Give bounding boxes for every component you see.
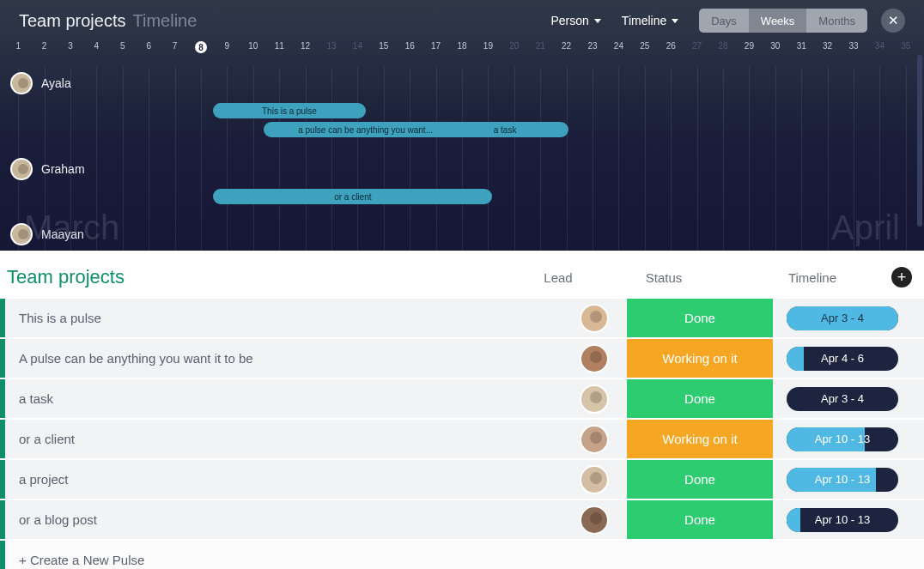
- ruler-tick: 19: [483, 41, 493, 51]
- status-cell[interactable]: Done: [627, 460, 773, 499]
- person-dropdown[interactable]: Person: [550, 14, 600, 27]
- ruler-tick: 21: [536, 41, 545, 51]
- create-pulse-row[interactable]: + Create a New Pulse: [0, 541, 924, 569]
- status-cell[interactable]: Done: [627, 500, 773, 539]
- table-rows: This is a pulseDoneApr 3 - 4A pulse can …: [0, 299, 924, 569]
- gantt-bar[interactable]: a task: [441, 122, 568, 137]
- ruler-tick: 22: [562, 41, 571, 51]
- row-lead[interactable]: [568, 425, 620, 454]
- row-lead[interactable]: [568, 505, 620, 535]
- ruler-tick: 17: [431, 41, 441, 51]
- scale-segmented: Days Weeks Months: [699, 9, 867, 33]
- status-cell[interactable]: Working on it: [627, 420, 773, 458]
- status-cell[interactable]: Working on it: [627, 339, 773, 378]
- avatar: [580, 344, 609, 373]
- ruler-tick: 28: [718, 41, 727, 51]
- view-dropdown[interactable]: Timeline: [622, 14, 678, 27]
- table-row[interactable]: or a clientWorking on itApr 10 - 13: [0, 420, 924, 458]
- gantt-body: Ayala Graham Maayan This is a pulsea pul…: [10, 65, 898, 251]
- ruler-tick: 13: [326, 41, 336, 51]
- ruler-tick: 24: [614, 41, 623, 51]
- ruler-tick: 5: [120, 41, 125, 51]
- avatar: [580, 465, 609, 494]
- gantt-bar[interactable]: or a client: [213, 189, 492, 204]
- timeline-ruler: 1234567891011121314151617181920212223242…: [5, 41, 919, 57]
- ruler-tick: 3: [68, 41, 73, 51]
- create-pulse-label: + Create a New Pulse: [5, 553, 898, 567]
- table-header: Team projects Lead Status Timeline +: [0, 251, 924, 299]
- timeline-cell[interactable]: Apr 3 - 4: [787, 387, 898, 411]
- col-timeline: Timeline: [744, 270, 881, 285]
- month-label-left: March: [24, 209, 119, 247]
- ruler-tick: 10: [248, 41, 258, 51]
- ruler-tick: 2: [42, 41, 47, 51]
- page-title: Team projects: [19, 11, 126, 31]
- ruler-tick: 4: [94, 41, 100, 51]
- ruler-tick: 1: [15, 41, 21, 51]
- chevron-down-icon: [594, 19, 601, 23]
- view-dropdown-label: Timeline: [622, 14, 666, 27]
- row-text: or a blog post: [5, 512, 568, 527]
- avatar: [580, 425, 609, 454]
- ruler-tick: 14: [353, 41, 362, 51]
- row-text: a task: [5, 391, 568, 406]
- timeline-cell[interactable]: Apr 10 - 13: [787, 427, 898, 451]
- table-row[interactable]: a projectDoneApr 10 - 13: [0, 460, 924, 499]
- scale-months[interactable]: Months: [806, 9, 867, 33]
- avatar: [580, 384, 609, 414]
- avatar: [10, 72, 33, 94]
- add-button[interactable]: +: [891, 267, 912, 288]
- timeline-cell[interactable]: Apr 3 - 4: [787, 306, 898, 330]
- month-label-right: April: [831, 209, 900, 247]
- ruler-tick: 35: [901, 41, 910, 51]
- scale-weeks[interactable]: Weeks: [749, 9, 807, 33]
- chevron-down-icon: [672, 19, 678, 23]
- table-title: Team projects: [7, 266, 125, 288]
- gantt-bar[interactable]: This is a pulse: [213, 103, 365, 118]
- table-row[interactable]: a taskDoneApr 3 - 4: [0, 379, 924, 418]
- ruler-tick: 18: [457, 41, 466, 51]
- table-panel: Team projects Lead Status Timeline + Thi…: [0, 251, 924, 569]
- ruler-tick: 32: [823, 41, 832, 51]
- close-button[interactable]: ✕: [881, 9, 905, 33]
- timeline-cell[interactable]: Apr 4 - 6: [787, 347, 898, 371]
- person-name: Graham: [41, 162, 85, 176]
- col-lead: Lead: [532, 270, 584, 285]
- ruler-tick: 34: [875, 41, 884, 51]
- row-lead[interactable]: [568, 344, 620, 373]
- ruler-tick: 12: [301, 41, 310, 51]
- row-lead[interactable]: [568, 304, 620, 333]
- person-row: Graham: [10, 158, 85, 184]
- avatar: [580, 505, 609, 535]
- row-lead[interactable]: [568, 384, 620, 414]
- avatar: [10, 158, 33, 180]
- ruler-tick: 20: [509, 41, 519, 51]
- ruler-tick: 6: [146, 41, 151, 51]
- person-row: Ayala: [10, 72, 71, 98]
- timeline-cell[interactable]: Apr 10 - 13: [787, 508, 898, 532]
- timeline-cell[interactable]: Apr 10 - 13: [787, 468, 898, 492]
- ruler-tick: 31: [797, 41, 806, 51]
- ruler-tick: 8: [195, 41, 207, 53]
- row-text: a project: [5, 472, 568, 487]
- ruler-tick: 16: [405, 41, 415, 51]
- close-icon: ✕: [888, 13, 899, 28]
- person-dropdown-label: Person: [550, 14, 588, 27]
- col-status: Status: [591, 270, 737, 285]
- table-row[interactable]: or a blog postDoneApr 10 - 13: [0, 500, 924, 539]
- person-name: Ayala: [41, 76, 71, 90]
- table-row[interactable]: A pulse can be anything you want it to b…: [0, 339, 924, 378]
- scrollbar[interactable]: [917, 55, 922, 227]
- ruler-tick: 11: [275, 41, 284, 51]
- row-lead[interactable]: [568, 465, 620, 494]
- table-row[interactable]: This is a pulseDoneApr 3 - 4: [0, 299, 924, 337]
- plus-icon: +: [897, 269, 907, 287]
- status-cell[interactable]: Done: [627, 299, 773, 337]
- ruler-tick: 15: [379, 41, 388, 51]
- status-cell[interactable]: Done: [627, 379, 773, 418]
- row-text: This is a pulse: [5, 311, 568, 325]
- avatar: [580, 304, 609, 333]
- scale-days[interactable]: Days: [699, 9, 749, 33]
- gantt-bar[interactable]: a pulse can be anything you want...: [264, 122, 466, 137]
- row-text: A pulse can be anything you want it to b…: [5, 351, 568, 366]
